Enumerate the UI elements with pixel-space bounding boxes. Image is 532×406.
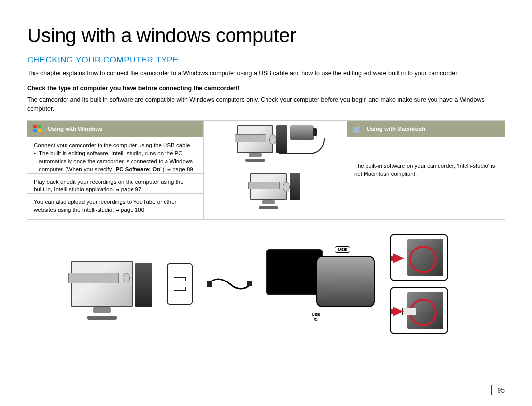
usb-callout-label: USB [335, 246, 350, 253]
computer-only-illustration [250, 173, 300, 200]
center-illustration-column [204, 121, 347, 219]
check-instruction-body: The camcorder and its built in software … [27, 95, 505, 113]
section-heading: CHECKING YOUR COMPUTER TYPE [27, 55, 505, 65]
computer-with-camcorder-illustration [237, 125, 314, 153]
port-closeup-panels [390, 234, 448, 334]
apple-logo-icon [352, 124, 362, 134]
macintosh-body-text: The built-in software on your camcorder,… [354, 162, 498, 178]
windows-logo-icon [32, 124, 43, 134]
insert-cable-closeup-2 [390, 287, 448, 334]
windows-row1-bullet-bold: PC Software: On [116, 166, 161, 172]
windows-row2-text: Play back or edit your recordings on the… [34, 179, 184, 192]
red-arrow-icon [393, 253, 404, 263]
red-arrow-icon [393, 307, 404, 316]
windows-row1-bullet-post: "). [160, 166, 167, 172]
arrow-icon [116, 207, 121, 213]
insert-cable-closeup-1 [390, 234, 448, 281]
usb-symbol-icon: ⎋ [312, 317, 320, 322]
windows-header: Using with Windows [27, 121, 203, 137]
usb-hub-illustration [167, 263, 193, 305]
desktop-computer-illustration [71, 261, 152, 307]
macintosh-header-label: Using with Macintosh [367, 125, 425, 133]
windows-column: Using with Windows Connect your camcorde… [27, 121, 204, 219]
windows-row2-pageref: page 97 [121, 187, 142, 192]
windows-row2: Play back or edit your recordings on the… [27, 173, 203, 193]
connection-diagram: USB USB ⎋ [27, 234, 505, 334]
windows-row1-pageref: page 89 [172, 166, 193, 172]
macintosh-header: Using with Macintosh [347, 121, 505, 137]
usb-cable-illustration [207, 272, 252, 296]
windows-row3-text: You can also upload your recordings to Y… [34, 199, 176, 213]
camcorder-illustration: USB USB ⎋ [266, 247, 375, 321]
macintosh-column: Using with Macintosh The built-in softwa… [347, 121, 505, 219]
check-instruction-bold: Check the type of computer you have befo… [27, 85, 505, 92]
intro-paragraph: This chapter explains how to connect the… [27, 69, 505, 78]
arrow-icon [167, 166, 173, 172]
svg-rect-1 [247, 281, 252, 286]
windows-row3-pageref: page 100 [121, 207, 144, 213]
windows-header-label: Using with Windows [48, 125, 103, 133]
arrow-icon [116, 187, 121, 192]
usb-port-label: USB ⎋ [312, 313, 320, 322]
svg-rect-0 [207, 281, 212, 287]
page-number: 95 [491, 385, 505, 395]
windows-row3: You can also upload your recordings to Y… [27, 193, 203, 214]
page-title: Using with a windows computer [27, 25, 505, 50]
comparison-table: Using with Windows Connect your camcorde… [27, 120, 505, 220]
windows-row1-bullet: The built-in editing software, Intelli-s… [34, 149, 197, 173]
windows-row1-lead: Connect your camcorder to the computer u… [34, 141, 197, 149]
